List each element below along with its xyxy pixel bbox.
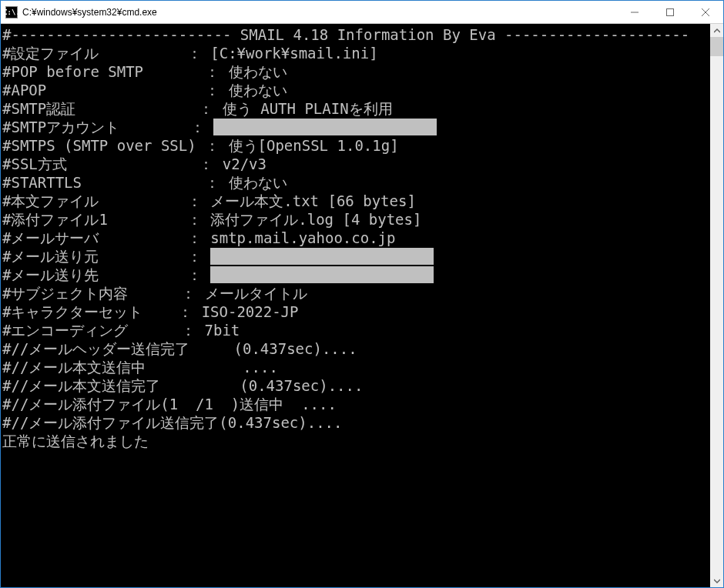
console-line: #SSL方式 ： v2/v3 [2,155,710,173]
console-line: #------------------------- SMAIL 4.18 In… [2,25,710,44]
console-line: #SMTPS (SMTP over SSL) ： 使う[OpenSSL 1.0.… [2,136,710,155]
svg-rect-1 [667,8,674,15]
console-line: #STARTTLS ： 使わない [2,173,710,192]
scroll-thumb[interactable] [710,37,723,56]
vertical-scrollbar[interactable] [710,24,723,587]
console-area: #------------------------- SMAIL 4.18 In… [1,24,723,587]
window-title: C:¥windows¥system32¥cmd.exe [22,7,617,18]
redacted-value [210,248,434,265]
console-line: #エンコーディング ： 7bit [2,321,710,339]
console-line: #メール送り先 ： [2,266,710,284]
maximize-icon [666,8,674,16]
redacted-value [210,266,434,283]
close-button[interactable] [688,1,723,23]
console-line: #SMTP認証 ： 使う AUTH PLAINを利用 [2,99,710,118]
console-line: #メール送り元 ： [2,247,710,266]
console-line: #//メール本文送信完了 (0.437sec).... [2,376,710,395]
scroll-down-button[interactable] [710,574,723,587]
console-line: #//メールヘッダー送信完了 (0.437sec).... [2,339,710,358]
console-line: #//メール本文送信中 .... [2,358,710,376]
console-line: #サブジェクト内容 ： メールタイトル [2,284,710,302]
console-line: #本文ファイル ： メール本文.txt [66 bytes] [2,192,710,210]
cmd-window: C:\. C:¥windows¥system32¥cmd.exe #------… [0,0,724,588]
console-line: #設定ファイル ： [C:¥work¥smail.ini] [2,44,710,62]
console-output: #------------------------- SMAIL 4.18 In… [1,24,710,587]
close-icon [702,8,709,16]
chevron-down-icon [714,578,720,584]
minimize-button[interactable] [617,1,652,23]
redacted-value [213,119,437,135]
console-line: 正常に送信されました [2,432,710,450]
maximize-button[interactable] [652,1,688,23]
scroll-up-button[interactable] [710,24,723,37]
console-line: #//メール添付ファイル送信完了(0.437sec).... [2,413,710,432]
cmd-icon: C:\. [5,6,18,18]
window-controls [617,1,723,23]
console-line: #添付ファイル1 ： 添付ファイル.log [4 bytes] [2,210,710,229]
minimize-icon [631,8,639,16]
console-line: #POP before SMTP ： 使わない [2,62,710,81]
console-line: #キャラクターセット ： ISO-2022-JP [2,302,710,321]
console-line: #//メール添付ファイル(1 /1 )送信中 .... [2,395,710,413]
console-line: #SMTPアカウント ： [2,118,710,136]
chevron-up-icon [714,28,720,34]
console-line: #メールサーバ ： smtp.mail.yahoo.co.jp [2,229,710,247]
scroll-track[interactable] [710,37,723,574]
console-line: #APOP ： 使わない [2,81,710,99]
titlebar[interactable]: C:\. C:¥windows¥system32¥cmd.exe [1,1,723,24]
